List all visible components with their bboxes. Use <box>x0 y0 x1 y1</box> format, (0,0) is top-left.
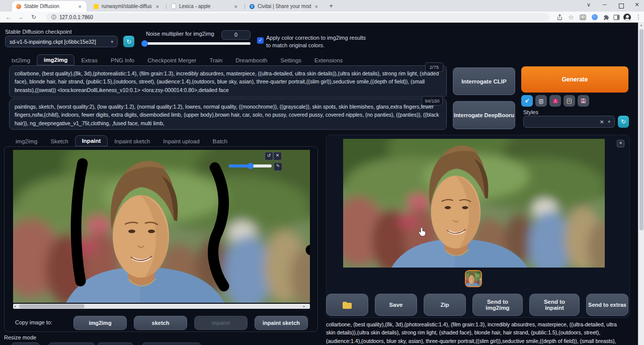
clear-prompt-button[interactable] <box>535 95 547 107</box>
tab-png-info[interactable]: PNG Info <box>104 55 141 65</box>
zip-button[interactable]: Zip <box>424 294 466 316</box>
main-tab-bar: txt2img img2img Extras PNG Info Checkpoi… <box>5 53 349 65</box>
extension-film-icon[interactable] <box>580 14 586 21</box>
interrogate-deepbooru-button[interactable]: Interrogate DeepBooru <box>453 101 515 129</box>
copy-to-img2img-button[interactable]: img2img <box>73 316 127 330</box>
tab-separator <box>166 4 167 9</box>
close-gallery-button[interactable]: ✕ <box>617 140 624 147</box>
subtab-sketch[interactable]: Sketch <box>44 136 74 146</box>
styles-dropdown[interactable]: ✕ ▾ <box>523 116 615 128</box>
clear-image-button[interactable]: ✕ <box>273 152 282 160</box>
close-window-icon[interactable]: ✕ <box>633 2 641 8</box>
tab-title: Stable Diffusion <box>24 4 74 9</box>
prompt-textarea[interactable]: collarbone, (best quality),(8k, 3d),(pho… <box>9 65 447 98</box>
site-info-icon[interactable] <box>51 15 56 20</box>
menu-dots-icon[interactable]: ⋮ <box>634 13 643 21</box>
noise-multiplier-value[interactable]: 0 <box>221 30 251 40</box>
scroll-right-icon[interactable]: ▸ <box>303 304 305 308</box>
brush-settings-button[interactable]: ✎ <box>274 162 282 171</box>
extra-networks-icon <box>552 98 558 104</box>
tab-img2img[interactable]: img2img <box>37 54 74 65</box>
color-correction-checkbox[interactable]: ✓ <box>257 37 264 44</box>
canvas-horizontal-scrollbar[interactable]: ◂ ▸ <box>13 304 310 309</box>
browser-tab-stable-diffusion[interactable]: Stable Diffusion × <box>12 1 87 12</box>
tab-settings[interactable]: Settings <box>274 55 308 65</box>
noise-slider-handle[interactable] <box>141 40 148 47</box>
tab-checkpoint-merger[interactable]: Checkpoint Merger <box>141 55 203 65</box>
page-scrollbar[interactable]: ▴ <box>638 23 644 345</box>
interrogate-clip-button[interactable]: Interrogate CLIP <box>453 67 515 95</box>
subtab-inpaint[interactable]: Inpaint <box>75 135 108 146</box>
maximize-window-icon[interactable] <box>619 4 624 9</box>
tab-train[interactable]: Train <box>203 55 229 65</box>
copy-to-sketch-button[interactable]: sketch <box>134 316 187 330</box>
tab-extensions[interactable]: Extensions <box>308 55 349 65</box>
undo-button[interactable]: ↺ <box>265 152 273 160</box>
scroll-left-icon[interactable]: ◂ <box>14 304 16 308</box>
resize-mode-label: Resize mode <box>4 334 36 340</box>
inpaint-canvas-image[interactable] <box>13 150 310 303</box>
resize-mode-option-4[interactable] <box>142 342 201 345</box>
page-scrollbar-thumb[interactable] <box>639 29 643 230</box>
scrollbar-thumb[interactable] <box>19 304 85 308</box>
back-icon[interactable]: ← <box>4 13 13 21</box>
paste-parameters-button[interactable]: ↙ <box>521 95 533 107</box>
share-icon[interactable] <box>556 14 563 21</box>
minimize-window-icon[interactable]: ─ <box>601 2 609 8</box>
tab-close-icon[interactable]: × <box>77 4 83 10</box>
side-panel-icon[interactable] <box>613 14 620 21</box>
reload-icon[interactable]: ↻ <box>29 13 38 21</box>
result-image[interactable] <box>343 139 605 268</box>
save-button[interactable]: Save <box>375 294 417 316</box>
apply-styles-button[interactable] <box>564 95 575 107</box>
tab-separator <box>245 4 245 9</box>
refresh-checkpoint-button[interactable]: ↻ <box>123 36 134 47</box>
forward-icon[interactable]: → <box>16 13 25 21</box>
generate-button[interactable]: Generate <box>521 66 628 93</box>
tab-search-chevron-icon[interactable]: ∨ <box>585 2 593 8</box>
send-to-inpaint-button[interactable]: Send to inpaint <box>529 294 580 316</box>
tab-txt2img[interactable]: txt2img <box>5 55 37 65</box>
copy-to-inpaint-button-disabled: inpaint <box>194 316 248 330</box>
chevron-down-icon: ▾ <box>608 119 610 124</box>
save-style-button[interactable] <box>578 95 589 107</box>
extensions-puzzle-icon[interactable] <box>603 14 609 21</box>
tab-dreambooth[interactable]: Dreambooth <box>229 55 274 65</box>
tab-close-icon[interactable]: × <box>155 4 160 10</box>
subtab-inpaint-sketch[interactable]: Inpaint sketch <box>108 136 156 146</box>
tab-close-icon[interactable]: × <box>233 4 238 10</box>
checkpoint-dropdown[interactable]: sd-v1-5-inpainting.ckpt [c6bbc15e32] ▾ <box>5 36 118 47</box>
subtab-batch[interactable]: Batch <box>206 136 234 146</box>
noise-multiplier-label: Noise multiplier for img2img <box>146 31 214 37</box>
address-bar[interactable]: 127.0.0.1:7860 <box>46 13 549 21</box>
browser-tab-runwayml[interactable]: runwayml/stable-diffusion-inpa × <box>90 1 164 12</box>
brush-slider-handle[interactable] <box>248 163 254 169</box>
send-to-img2img-button[interactable]: Send to img2img <box>472 294 523 316</box>
gallery-thumbnail-selected[interactable] <box>465 270 482 287</box>
style-card-icon <box>567 98 572 104</box>
resize-mode-option-1[interactable] <box>12 342 39 345</box>
browser-tab-civitai[interactable]: C Civitai | Share your models × <box>246 1 323 12</box>
civitai-favicon: C <box>250 4 255 9</box>
new-tab-button[interactable]: + <box>327 2 335 10</box>
send-to-extras-button[interactable]: Send to extras <box>586 294 628 316</box>
refresh-styles-button[interactable]: ↻ <box>618 116 629 128</box>
tab-extras[interactable]: Extras <box>74 55 104 65</box>
profile-avatar[interactable] <box>623 14 631 21</box>
resize-mode-option-3[interactable] <box>98 342 133 345</box>
scroll-up-icon[interactable]: ▴ <box>638 23 644 27</box>
open-folder-button[interactable] <box>326 294 368 316</box>
resize-mode-option-2[interactable] <box>49 342 95 345</box>
extra-networks-button[interactable] <box>549 95 561 107</box>
copy-to-inpaint-sketch-button[interactable]: inpaint sketch <box>255 316 308 330</box>
extension-blue-icon[interactable] <box>592 14 598 20</box>
subtab-inpaint-upload[interactable]: Inpaint upload <box>156 136 206 146</box>
clear-styles-icon[interactable]: ✕ <box>600 119 604 125</box>
bookmark-star-icon[interactable]: ☆ <box>567 14 576 22</box>
subtab-img2img[interactable]: img2img <box>9 136 44 146</box>
tab-close-icon[interactable]: × <box>314 4 319 10</box>
folder-icon <box>342 301 352 309</box>
browser-tab-lexica[interactable]: Lexica - apple × <box>167 1 243 12</box>
negative-prompt-textarea[interactable]: paintings, sketch, (worst quality:2), (l… <box>9 99 447 130</box>
noise-multiplier-slider[interactable] <box>142 42 251 45</box>
